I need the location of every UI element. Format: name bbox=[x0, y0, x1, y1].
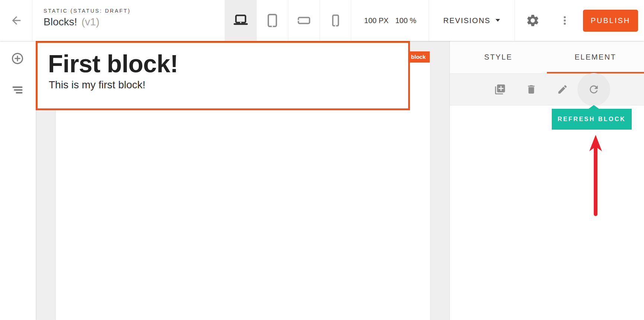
element-toolbar bbox=[450, 74, 644, 105]
divider bbox=[32, 0, 32, 41]
refresh-block-button[interactable] bbox=[588, 83, 600, 95]
left-sidebar bbox=[0, 41, 36, 320]
device-tablet-button[interactable] bbox=[256, 0, 288, 41]
canvas-zoom-value[interactable]: 100 % bbox=[395, 16, 416, 25]
device-mobile-portrait-button[interactable] bbox=[320, 0, 351, 41]
block-heading[interactable]: First block! bbox=[48, 51, 408, 77]
layers-icon bbox=[11, 83, 24, 96]
revisions-button[interactable]: REVISIONS bbox=[431, 0, 513, 41]
desktop-icon bbox=[233, 12, 249, 29]
page-title-group: STATIC (STATUS: DRAFT) Blocks! (v1) bbox=[44, 8, 131, 28]
topbar: STATIC (STATUS: DRAFT) Blocks! (v1) bbox=[0, 0, 644, 41]
mobile-landscape-icon bbox=[297, 13, 311, 28]
status-label: STATIC (STATUS: DRAFT) bbox=[44, 8, 131, 14]
canvas-dimensions: 100 PX 100 % bbox=[352, 0, 429, 41]
tooltip-arrow bbox=[589, 105, 599, 109]
duplicate-element-button[interactable] bbox=[494, 83, 506, 95]
tab-style[interactable]: STYLE bbox=[450, 41, 547, 73]
delete-element-button[interactable] bbox=[525, 83, 537, 95]
kebab-menu-icon bbox=[559, 15, 570, 26]
revisions-label: REVISIONS bbox=[443, 16, 491, 25]
settings-button[interactable] bbox=[522, 10, 543, 31]
layers-button[interactable] bbox=[9, 81, 26, 99]
arrow-left-icon bbox=[10, 14, 23, 27]
edit-icon bbox=[557, 84, 568, 95]
trash-icon bbox=[526, 84, 537, 95]
editor-canvas[interactable]: block | first block First block! This is… bbox=[36, 41, 449, 320]
refresh-block-tooltip: REFRESH BLOCK bbox=[552, 109, 632, 130]
selected-block[interactable]: First block! This is my first block! bbox=[36, 41, 410, 110]
tooltip-label: REFRESH BLOCK bbox=[558, 116, 626, 123]
annotation-arrow-icon bbox=[584, 134, 607, 218]
canvas-width-value[interactable]: 100 PX bbox=[364, 16, 389, 25]
panel-tabbar: STYLE ELEMENT bbox=[450, 41, 644, 74]
tablet-icon bbox=[265, 13, 280, 28]
back-button[interactable] bbox=[6, 10, 27, 31]
page-title: Blocks! bbox=[44, 16, 77, 28]
caret-down-icon bbox=[496, 19, 500, 22]
add-block-button[interactable] bbox=[9, 50, 26, 67]
device-mobile-landscape-button[interactable] bbox=[288, 0, 320, 41]
gear-icon bbox=[526, 13, 540, 28]
add-circle-icon bbox=[11, 51, 24, 66]
more-options-button[interactable] bbox=[554, 10, 575, 31]
publish-button[interactable]: PUBLISH bbox=[583, 10, 638, 32]
refresh-icon bbox=[588, 83, 600, 95]
block-subtext[interactable]: This is my first block! bbox=[49, 79, 408, 91]
device-desktop-button[interactable] bbox=[225, 0, 256, 41]
divider bbox=[429, 0, 429, 41]
right-panel: STYLE ELEMENT REFRESH BLOCK bbox=[449, 41, 644, 320]
mobile-portrait-icon bbox=[329, 14, 342, 27]
divider bbox=[515, 0, 515, 41]
edit-element-button[interactable] bbox=[557, 83, 568, 95]
tab-element[interactable]: ELEMENT bbox=[547, 41, 644, 73]
device-toolbar bbox=[225, 0, 351, 41]
duplicate-icon bbox=[494, 83, 506, 95]
page-version: (v1) bbox=[81, 16, 99, 28]
app-window: STATIC (STATUS: DRAFT) Blocks! (v1) bbox=[0, 0, 644, 320]
